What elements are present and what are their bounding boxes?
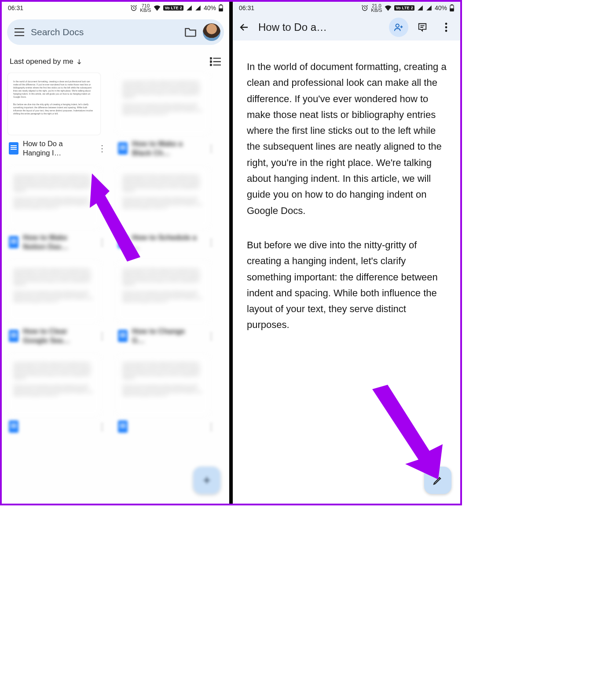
svg-rect-10 (451, 4, 452, 5)
svg-rect-3 (219, 9, 223, 11)
doc-item-more-icon[interactable]: ⋮ (205, 143, 217, 154)
svg-marker-16 (372, 385, 443, 479)
share-button[interactable] (389, 18, 408, 37)
doc-item-more-icon[interactable]: ⋮ (96, 421, 108, 432)
doc-item-more-icon[interactable]: ⋮ (205, 237, 217, 247)
doc-item-title: How to Clear Google Sea… (23, 327, 89, 346)
docs-file-icon (118, 236, 128, 248)
doc-title[interactable]: How to Do a… (258, 21, 385, 33)
doc-item-more-icon[interactable]: ⋮ (96, 331, 108, 341)
comment-icon (418, 22, 427, 32)
paragraph-2: But before we dive into the nitty-gritty… (247, 237, 447, 333)
comments-button[interactable] (413, 18, 432, 37)
battery-icon (219, 4, 223, 11)
doc-item[interactable]: In the world of document formatting, cre… (117, 167, 218, 252)
doc-thumbnail: In the world of document formatting, cre… (117, 261, 209, 322)
doc-item[interactable]: In the world of document formatting, cre… (8, 167, 109, 252)
doc-meta: How to Clear Google Sea…⋮ (8, 322, 109, 346)
net-speed: 21.0KB/S (371, 4, 382, 12)
doc-meta: ⋮ (8, 416, 109, 433)
svg-point-6 (210, 64, 211, 66)
doc-thumbnail: In the world of document formatting, cre… (8, 167, 100, 228)
pencil-icon (433, 475, 443, 486)
doc-item[interactable]: In the world of document formatting, cre… (117, 261, 218, 346)
doc-item[interactable]: In the world of document formatting, cre… (117, 73, 218, 158)
doc-meta: How to Make a Black Ch…⋮ (117, 135, 218, 158)
doc-thumbnail: In the world of document formatting, cre… (8, 261, 100, 322)
doc-body[interactable]: In the world of document formatting, cre… (233, 41, 460, 333)
doc-meta: How to Do a Hanging I…⋮ (8, 135, 109, 158)
doc-thumbnail: In the world of document formatting, cre… (117, 167, 209, 228)
doc-thumbnail: In the world of document formatting, cre… (117, 354, 209, 416)
plus-icon: + (203, 473, 211, 488)
doc-item-more-icon[interactable]: ⋮ (205, 331, 217, 341)
status-time: 06:31 (8, 4, 23, 11)
status-bar: 06:31 21.0KB/S Vo LTE 2 40% (233, 2, 460, 14)
doc-item[interactable]: In the world of document formatting, cre… (8, 261, 109, 346)
signal-icon-2 (195, 5, 201, 11)
docs-file-icon (9, 142, 18, 155)
person-add-icon (394, 22, 403, 32)
docs-file-icon (9, 236, 18, 248)
sort-button[interactable]: Last opened by me (10, 57, 82, 66)
doc-item-title: How to Make Notion Das… (23, 233, 89, 252)
sort-label: Last opened by me (10, 57, 73, 66)
doc-item-title: How to Change G… (132, 327, 198, 346)
avatar[interactable] (203, 23, 220, 41)
doc-meta: How to Change G…⋮ (117, 322, 218, 346)
svg-point-14 (445, 26, 447, 29)
svg-point-5 (210, 61, 211, 62)
hamburger-icon[interactable] (14, 28, 25, 36)
svg-rect-11 (450, 9, 454, 11)
doc-item-title: How to Schedule a … (132, 233, 198, 252)
folder-icon[interactable] (184, 27, 197, 37)
svg-point-13 (445, 23, 447, 25)
wifi-icon (154, 5, 161, 11)
signal-icon (417, 5, 423, 11)
doc-item-more-icon[interactable]: ⋮ (96, 143, 108, 154)
doc-item-title: How to Do a Hanging I… (23, 139, 89, 158)
alarm-icon (130, 4, 137, 11)
doc-item-more-icon[interactable]: ⋮ (96, 237, 108, 247)
back-icon[interactable] (239, 22, 249, 33)
docs-file-icon (118, 420, 128, 433)
doc-editor-screen: 06:31 21.0KB/S Vo LTE 2 40% How to Do a… (233, 2, 460, 504)
edit-fab[interactable] (424, 467, 451, 494)
docs-file-icon (118, 330, 128, 342)
net-speed: 710KB/S (140, 4, 151, 12)
doc-meta: How to Schedule a …⋮ (117, 228, 218, 252)
search-bar[interactable]: Search Docs (7, 19, 224, 45)
search-placeholder: Search Docs (31, 27, 178, 37)
list-view-icon[interactable] (210, 57, 221, 66)
screen-divider (229, 2, 233, 504)
battery-pct: 40% (435, 4, 447, 11)
doc-grid: In the world of document formatting, cre… (2, 69, 229, 437)
docs-file-icon (9, 420, 18, 433)
wifi-icon (385, 5, 392, 11)
doc-thumbnail: In the world of document formatting, cre… (117, 73, 209, 135)
doc-header: How to Do a… (233, 14, 460, 41)
doc-item[interactable]: In the world of document formatting, cre… (8, 73, 109, 158)
paragraph-1: In the world of document formatting, cre… (247, 59, 447, 219)
doc-thumbnail: In the world of document formatting, cre… (8, 73, 100, 135)
signal-icon (186, 5, 192, 11)
more-button[interactable] (436, 18, 456, 37)
signal-icon-2 (426, 5, 432, 11)
lte-badge: Vo LTE 2 (163, 5, 183, 11)
status-bar: 06:31 710KB/S Vo LTE 2 40% (2, 2, 229, 14)
doc-thumbnail: In the world of document formatting, cre… (8, 354, 100, 416)
svg-rect-2 (220, 4, 221, 5)
doc-item[interactable]: In the world of document formatting, cre… (117, 354, 218, 433)
lte-badge: Vo LTE 2 (394, 5, 414, 11)
doc-meta: ⋮ (117, 416, 218, 433)
docs-list-screen: 06:31 710KB/S Vo LTE 2 40% Search Docs (2, 2, 229, 504)
doc-item[interactable]: In the world of document formatting, cre… (8, 354, 109, 433)
alarm-icon (361, 4, 368, 11)
battery-pct: 40% (204, 4, 216, 11)
doc-meta: How to Make Notion Das…⋮ (8, 228, 109, 252)
docs-file-icon (118, 142, 128, 155)
doc-item-more-icon[interactable]: ⋮ (205, 421, 217, 432)
arrow-down-icon (76, 59, 82, 65)
docs-file-icon (9, 330, 18, 342)
new-doc-fab[interactable]: + (193, 467, 220, 494)
